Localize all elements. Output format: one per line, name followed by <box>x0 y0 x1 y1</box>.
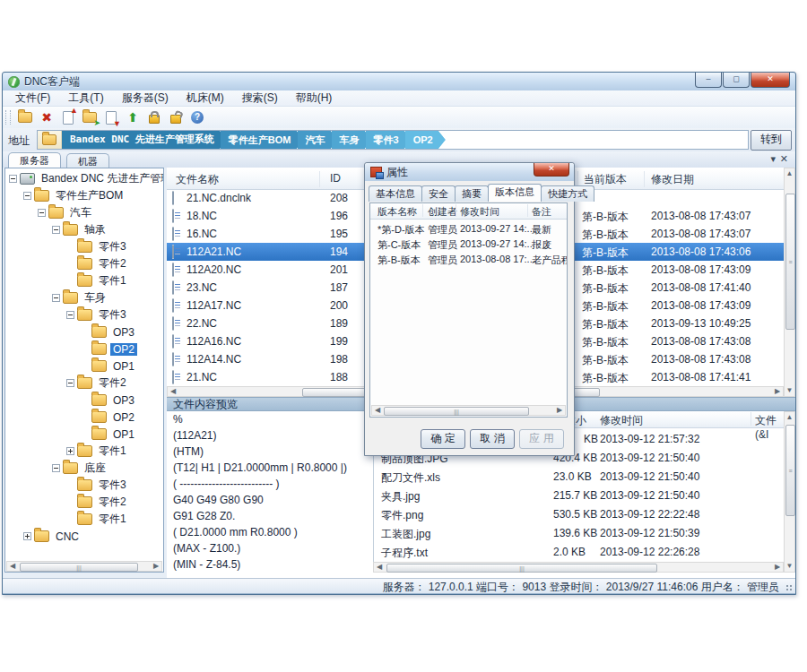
expand-icon[interactable] <box>23 532 31 540</box>
ok-button[interactable]: 确 定 <box>421 429 465 449</box>
attachment-vscrollbar[interactable]: ▲ ▼ ≡ <box>784 411 795 573</box>
tree-item-零件2[interactable]: 零件2 <box>5 255 164 272</box>
collapse-icon[interactable] <box>52 464 60 472</box>
tab-服务器[interactable]: 服务器 <box>8 152 61 168</box>
lock-icon[interactable] <box>145 109 163 125</box>
attachment-row[interactable]: 零件.png530.5 KB2013-09-12 22:22:48 <box>374 504 784 523</box>
folder-icon <box>63 292 78 304</box>
unlock-icon[interactable] <box>167 109 185 125</box>
tree-item-车身[interactable]: 车身 <box>5 289 164 306</box>
tree-item-零件3[interactable]: 零件3 <box>5 306 164 323</box>
col-modified-time[interactable]: 修改时间 <box>600 413 643 428</box>
menu-item-3[interactable]: 机床(M) <box>178 90 233 107</box>
resize-grip[interactable] <box>785 584 793 591</box>
col-id[interactable]: ID <box>330 172 341 185</box>
vcol-time[interactable]: 修改时间 <box>460 205 499 219</box>
dialog-hscrollbar[interactable]: ◀ ▶ ||| <box>371 405 566 416</box>
menu-item-5[interactable]: 帮助(H) <box>287 90 342 107</box>
dialog-tab-安全[interactable]: 安全 <box>421 185 456 202</box>
tree-item-零件1[interactable]: 零件1 <box>5 511 164 528</box>
minimize-button[interactable]: – <box>695 73 722 88</box>
panel-pin-icon[interactable]: ▾ <box>770 153 776 165</box>
tree-item-Bandex DNC 先进生产管理系统[interactable]: Bandex DNC 先进生产管理系统 <box>5 170 164 187</box>
panel-close-icon[interactable]: ✕ <box>780 153 788 165</box>
cancel-button[interactable]: 取 消 <box>470 429 515 449</box>
dialog-tab-快捷方式[interactable]: 快捷方式 <box>541 185 594 202</box>
tab-机器[interactable]: 机器 <box>66 153 109 168</box>
collapse-icon[interactable] <box>52 294 60 302</box>
tree-hscrollbar[interactable]: ◀ ▶ ||| <box>6 561 162 572</box>
tree-item-OP1[interactable]: OP1 <box>5 426 164 443</box>
upload-icon[interactable]: ⬆ <box>124 109 142 125</box>
breadcrumb-segment-1[interactable]: 零件生产BOM <box>221 131 304 149</box>
apply-button: 应 用 <box>519 429 564 449</box>
tree-item-OP3[interactable]: OP3 <box>5 392 164 409</box>
expand-icon[interactable] <box>66 447 74 455</box>
dialog-tab-基本信息[interactable]: 基本信息 <box>369 185 422 202</box>
tree-item-零件3[interactable]: 零件3 <box>5 238 164 255</box>
dialog-close-button[interactable]: ✕ <box>534 163 569 177</box>
tree-item-轴承[interactable]: 轴承 <box>5 221 164 238</box>
file-list-vscrollbar[interactable]: ▲ ▼ ≡ <box>784 168 795 397</box>
attachment-row[interactable]: 子程序.txt2.0 KB2013-09-12 22:26:28 <box>374 542 784 561</box>
file-id: 208 <box>330 192 348 204</box>
menu-item-0[interactable]: 文件(F) <box>6 90 59 107</box>
tree-item-零件1[interactable]: 零件1 <box>5 272 164 289</box>
breadcrumb-segment-4[interactable]: 零件3 <box>366 131 412 149</box>
folder-icon <box>63 462 78 474</box>
attachment-row[interactable]: 夹具.jpg215.7 KB2013-09-12 21:50:40 <box>374 486 784 504</box>
dialog-tab-摘要[interactable]: 摘要 <box>455 185 489 202</box>
version-row[interactable]: 第-C-版本管理员2013-09-27 14:...报废 <box>370 237 567 252</box>
menu-item-4[interactable]: 搜索(S) <box>233 90 287 107</box>
checkout-file-icon[interactable]: ▼ <box>102 109 120 125</box>
version-row[interactable]: 第-B-版本管理员2013-08-08 17:...老产品程序 <box>370 252 567 267</box>
tree-item-OP3[interactable]: OP3 <box>5 323 164 340</box>
page: { "window": { "title": "DNC客户端", "contro… <box>0 0 807 672</box>
vcol-name[interactable]: 版本名称 <box>377 205 417 219</box>
checkin-file-icon[interactable]: ▲ <box>59 109 77 125</box>
vcol-creator[interactable]: 创建者 <box>428 205 457 219</box>
version-row[interactable]: *第-D-版本管理员2013-09-27 14:...最新 <box>370 221 567 237</box>
col-modified-date[interactable]: 修改日期 <box>651 172 694 187</box>
help-icon[interactable]: ? <box>188 109 206 125</box>
tree-item-label: 零件1 <box>96 512 129 527</box>
collapse-icon[interactable] <box>38 209 46 217</box>
breadcrumb-segment-5[interactable]: OP2 <box>405 131 446 149</box>
server-icon <box>20 173 35 185</box>
menu-item-1[interactable]: 工具(T) <box>59 90 112 107</box>
tree-item-label: 车身 <box>82 290 108 306</box>
col-file-name[interactable]: 文件名称 <box>176 172 219 187</box>
tree-item-零件生产BOM[interactable]: 零件生产BOM <box>5 187 164 204</box>
delete-icon[interactable]: ✖ <box>38 109 56 125</box>
attachment-time: 2013-09-12 21:57:32 <box>600 433 699 445</box>
collapse-icon[interactable] <box>23 192 31 200</box>
file-date: 2013-08-08 17:41:41 <box>651 371 751 383</box>
collapse-icon[interactable] <box>52 226 60 234</box>
attachment-row[interactable]: 工装图.jpg139.6 KB2013-09-12 21:50:39 <box>374 523 784 542</box>
tree-item-CNC[interactable]: CNC <box>5 528 164 545</box>
tree-item-OP1[interactable]: OP1 <box>5 358 164 375</box>
breadcrumb-segment-0[interactable]: Bandex DNC 先进生产管理系统 <box>62 131 227 149</box>
collapse-icon[interactable] <box>66 379 74 387</box>
collapse-icon[interactable] <box>9 175 17 183</box>
menu-item-2[interactable]: 服务器(S) <box>113 90 178 107</box>
tree-item-底座[interactable]: 底座 <box>5 460 164 477</box>
go-button[interactable]: 转到 <box>751 130 792 151</box>
tree-item-零件2[interactable]: 零件2 <box>5 494 164 511</box>
tree-item-零件2[interactable]: 零件2 <box>5 375 164 392</box>
attachment-hscrollbar[interactable]: ◀ ▶ ||| <box>373 562 784 573</box>
new-folder-icon[interactable] <box>16 109 34 125</box>
dialog-tab-版本信息[interactable]: 版本信息 <box>488 184 542 202</box>
collapse-icon[interactable] <box>66 311 74 319</box>
maximize-button[interactable]: ◻ <box>723 73 750 88</box>
close-button[interactable]: ✕ <box>751 73 790 88</box>
vcol-note[interactable]: 备注 <box>532 205 551 219</box>
tree-item-OP2[interactable]: OP2 <box>5 340 164 358</box>
attachment-row[interactable]: 配刀文件.xls23.0 KB2013-09-12 21:50:40 <box>374 467 784 486</box>
address-field[interactable]: Bandex DNC 先进生产管理系统零件生产BOM汽车车身零件3OP2 <box>37 130 749 150</box>
tree-item-OP2[interactable]: OP2 <box>5 409 164 426</box>
tree-item-零件1[interactable]: 零件1 <box>5 443 164 460</box>
tree-item-汽车[interactable]: 汽车 <box>5 204 164 221</box>
send-folder-icon[interactable]: ➤ <box>81 109 99 125</box>
tree-item-零件3[interactable]: 零件3 <box>5 477 164 494</box>
